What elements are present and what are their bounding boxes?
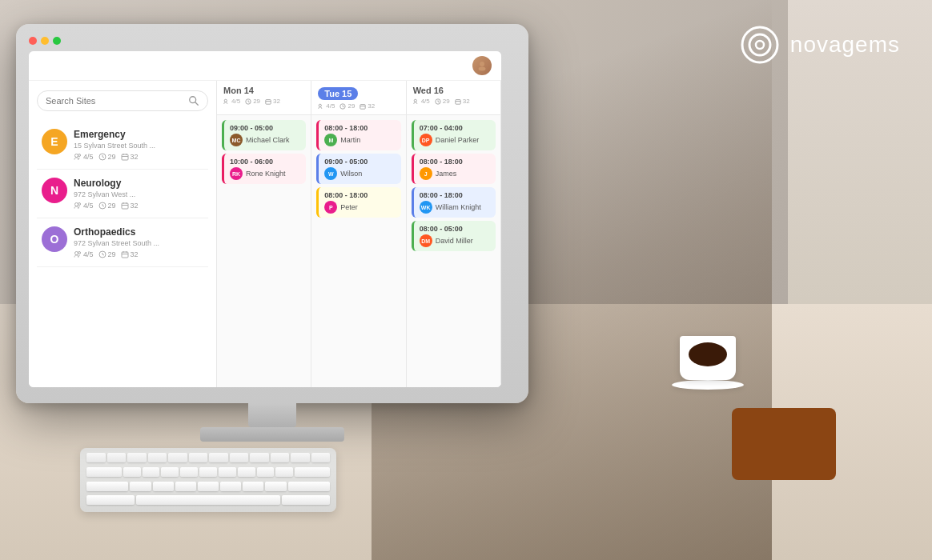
shift-card[interactable]: 10:00 - 06:00 RK Rone Knight — [222, 154, 306, 184]
key[interactable] — [153, 482, 174, 491]
key[interactable] — [257, 467, 275, 477]
calendar-icon — [121, 202, 129, 210]
person-name: Daniel Parker — [436, 136, 480, 144]
key[interactable] — [86, 467, 122, 477]
shift-time: 07:00 - 04:00 — [420, 124, 490, 132]
key[interactable] — [180, 467, 198, 477]
key[interactable] — [189, 453, 208, 462]
svg-point-31 — [224, 99, 227, 102]
user-avatar[interactable] — [472, 56, 492, 75]
novagems-logo-text: novagems — [790, 32, 900, 58]
shift-time: 09:00 - 05:00 — [324, 158, 395, 166]
key[interactable] — [282, 495, 330, 505]
site-info: Neurology 972 Sylvan West ... 4/5 29 32 — [74, 178, 203, 210]
sidebar-item-orthopaedics[interactable]: O Orthopaedics 972 Sylvan Street South .… — [37, 218, 208, 267]
shift-card[interactable]: 07:00 - 04:00 DP Daniel Parker — [412, 120, 496, 150]
key[interactable] — [243, 482, 263, 491]
sidebar-item-neurology[interactable]: N Neurology 972 Sylvan West ... 4/5 29 3… — [37, 170, 208, 218]
key[interactable] — [86, 453, 106, 462]
shift-card[interactable]: 08:00 - 18:00 J James — [412, 154, 496, 184]
search-box[interactable] — [37, 90, 208, 111]
stat-people: 4/5 — [74, 153, 94, 161]
calendar-icon — [265, 98, 271, 105]
key[interactable] — [199, 467, 217, 477]
clock-icon — [435, 98, 441, 105]
maximize-button[interactable] — [53, 37, 61, 45]
spacebar-key[interactable] — [136, 495, 280, 505]
site-address: 972 Sylvan West ... — [74, 190, 203, 198]
schedule-grid: 09:00 - 05:00 MC Michael Clark 10:00 - 0… — [217, 115, 501, 387]
minimize-button[interactable] — [41, 37, 49, 45]
day-stats: 4/5 29 32 — [318, 102, 399, 110]
stat-calendar: 32 — [121, 202, 139, 210]
day-stat-clock: 29 — [245, 98, 260, 105]
stat-calendar: 32 — [121, 250, 139, 258]
logo-area: novagems — [739, 24, 900, 66]
key[interactable] — [107, 453, 127, 462]
key[interactable] — [143, 467, 160, 477]
people-icon — [223, 98, 230, 105]
key[interactable] — [168, 453, 187, 462]
monitor-stand-neck — [248, 403, 296, 427]
schedule-col-mon-14: 09:00 - 05:00 MC Michael Clark 10:00 - 0… — [217, 115, 311, 387]
key[interactable] — [175, 482, 196, 491]
day-stat-people: 4/5 — [413, 98, 430, 105]
key[interactable] — [123, 467, 141, 477]
key[interactable] — [230, 453, 249, 462]
search-input[interactable] — [46, 96, 188, 106]
key[interactable] — [295, 467, 330, 477]
shift-time: 08:00 - 18:00 — [324, 124, 395, 132]
shift-card[interactable]: 08:00 - 18:00 M Martin — [316, 120, 400, 150]
key[interactable] — [250, 453, 269, 462]
clock-icon — [98, 250, 106, 258]
key[interactable] — [86, 495, 135, 505]
key[interactable] — [275, 467, 293, 477]
site-info: Orthopaedics 972 Sylvan Street South ...… — [74, 226, 203, 258]
key[interactable] — [288, 482, 330, 491]
day-label: Tue 15 — [318, 87, 358, 100]
key[interactable] — [219, 467, 236, 477]
key[interactable] — [127, 453, 147, 462]
day-header-wed-16[interactable]: Wed 16 4/5 29 32 — [407, 81, 501, 114]
people-icon — [74, 202, 82, 210]
key[interactable] — [148, 453, 167, 462]
key[interactable] — [130, 482, 151, 491]
key[interactable] — [265, 482, 286, 491]
calendar-icon — [121, 250, 129, 258]
stat-people: 4/5 — [74, 250, 94, 258]
day-stat-people: 4/5 — [223, 98, 240, 105]
shift-time: 08:00 - 18:00 — [420, 158, 490, 166]
key[interactable] — [161, 467, 179, 477]
key[interactable] — [209, 453, 228, 462]
site-name: Neurology — [74, 178, 203, 189]
shift-card[interactable]: 08:00 - 18:00 P Peter — [316, 187, 400, 218]
person-avatar: MC — [230, 134, 243, 146]
shift-card[interactable]: 08:00 - 05:00 DM David Miller — [412, 221, 496, 251]
key[interactable] — [198, 482, 219, 491]
svg-line-34 — [248, 102, 250, 102]
person-name: Peter — [340, 203, 358, 211]
svg-line-17 — [102, 206, 104, 206]
shift-card[interactable]: 09:00 - 05:00 W Wilson — [316, 154, 400, 184]
day-header-tue-15[interactable]: Tue 15 4/5 29 32 — [311, 81, 406, 114]
key[interactable] — [238, 467, 255, 477]
key[interactable] — [271, 453, 290, 462]
day-stats: 4/5 29 32 — [223, 98, 304, 105]
key[interactable] — [291, 453, 310, 462]
shift-time: 09:00 - 05:00 — [230, 124, 300, 132]
shift-time: 08:00 - 18:00 — [420, 191, 490, 199]
site-info: Emergency 15 Sylvan Street South ... 4/5… — [74, 129, 203, 161]
svg-rect-35 — [266, 99, 271, 104]
sidebar-item-emergency[interactable]: E Emergency 15 Sylvan Street South ... 4… — [37, 121, 208, 170]
shift-card[interactable]: 09:00 - 05:00 MC Michael Clark — [222, 120, 306, 150]
day-header-mon-14[interactable]: Mon 14 4/5 29 32 — [217, 81, 311, 114]
app-container: E Emergency 15 Sylvan Street South ... 4… — [29, 81, 501, 387]
close-button[interactable] — [29, 37, 37, 45]
key[interactable] — [220, 482, 241, 491]
key[interactable] — [311, 453, 331, 462]
svg-rect-47 — [455, 99, 460, 104]
day-stat-people: 4/5 — [318, 102, 335, 110]
site-stats: 4/5 29 32 — [74, 202, 203, 210]
shift-card[interactable]: 08:00 - 18:00 WK William Knight — [412, 187, 496, 218]
key[interactable] — [86, 482, 128, 491]
